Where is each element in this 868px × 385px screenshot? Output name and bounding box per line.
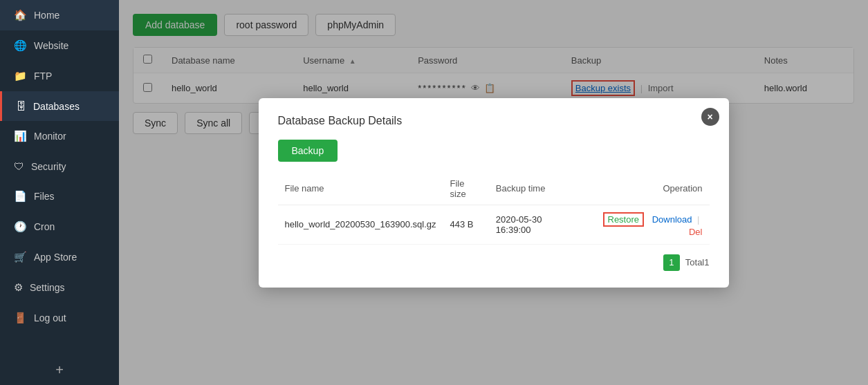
sidebar-item-monitor[interactable]: 📊 Monitor: [0, 121, 119, 151]
sidebar-item-label: Databases: [33, 101, 80, 112]
sidebar-item-cron[interactable]: 🕐 Cron: [0, 212, 119, 242]
sidebar: 🏠 Home 🌐 Website 📁 FTP 🗄 Databases 📊 Mon…: [0, 0, 119, 385]
sidebar-item-label: FTP: [34, 71, 52, 82]
appstore-icon: 🛒: [14, 251, 27, 263]
sidebar-item-label: Settings: [30, 282, 65, 293]
modal-col-operation: Operation: [584, 173, 710, 205]
backup-file-row: hello_world_20200530_163900.sql.gz 443 B…: [278, 205, 710, 244]
total-label: Total1: [685, 257, 710, 267]
sidebar-item-label: Home: [34, 10, 59, 21]
delete-link[interactable]: Del: [689, 227, 703, 237]
security-icon: 🛡: [14, 160, 24, 172]
sidebar-add-button[interactable]: +: [0, 355, 119, 385]
sidebar-item-label: Cron: [34, 221, 55, 232]
backup-details-modal: Database Backup Details × Backup File na…: [259, 98, 729, 288]
sidebar-item-label: Security: [31, 161, 66, 172]
download-link[interactable]: Download: [652, 214, 692, 225]
modal-col-filename: File name: [278, 173, 443, 205]
modal-backup-button[interactable]: Backup: [278, 140, 338, 162]
sidebar-item-logout[interactable]: 🚪 Log out: [0, 303, 119, 333]
ftp-icon: 📁: [14, 70, 27, 82]
backup-filesize-cell: 443 B: [443, 205, 489, 244]
monitor-icon: 📊: [14, 130, 27, 142]
modal-col-filesize: File size: [443, 173, 489, 205]
website-icon: 🌐: [14, 39, 27, 52]
separator2: |: [697, 214, 699, 225]
pagination: 1 Total1: [278, 254, 710, 271]
logout-icon: 🚪: [14, 312, 27, 324]
current-page[interactable]: 1: [663, 254, 680, 271]
sidebar-item-label: App Store: [34, 252, 77, 263]
databases-icon: 🗄: [16, 100, 26, 112]
sidebar-item-ftp[interactable]: 📁 FTP: [0, 61, 119, 91]
plus-icon: +: [55, 362, 64, 378]
modal-close-button[interactable]: ×: [701, 108, 719, 126]
sidebar-item-website[interactable]: 🌐 Website: [0, 30, 119, 61]
main-content: Add database root password phpMyAdmin Da…: [119, 0, 868, 385]
files-icon: 📄: [14, 190, 27, 203]
modal-col-backuptime: Backup time: [489, 173, 584, 205]
cron-icon: 🕐: [14, 220, 27, 233]
sidebar-item-settings[interactable]: ⚙ Settings: [0, 272, 119, 303]
sidebar-item-databases[interactable]: 🗄 Databases: [0, 91, 119, 121]
sidebar-item-files[interactable]: 📄 Files: [0, 181, 119, 212]
sidebar-item-appstore[interactable]: 🛒 App Store: [0, 242, 119, 272]
sidebar-item-label: Website: [34, 40, 68, 51]
restore-button[interactable]: Restore: [603, 212, 645, 227]
sidebar-item-security[interactable]: 🛡 Security: [0, 151, 119, 181]
backup-files-table: File name File size Backup time Operatio…: [278, 173, 710, 245]
sidebar-item-label: Log out: [34, 312, 66, 323]
settings-icon: ⚙: [14, 281, 23, 294]
backup-operations-cell: Restore Download | Del: [584, 205, 710, 244]
modal-title: Database Backup Details: [278, 115, 710, 127]
backup-filename-cell: hello_world_20200530_163900.sql.gz: [278, 205, 443, 244]
sidebar-item-label: Files: [34, 191, 55, 202]
sidebar-item-home[interactable]: 🏠 Home: [0, 0, 119, 30]
modal-overlay[interactable]: Database Backup Details × Backup File na…: [119, 0, 868, 385]
home-icon: 🏠: [14, 9, 27, 21]
backup-time-cell: 2020-05-30 16:39:00: [489, 205, 584, 244]
sidebar-item-label: Monitor: [34, 131, 66, 142]
